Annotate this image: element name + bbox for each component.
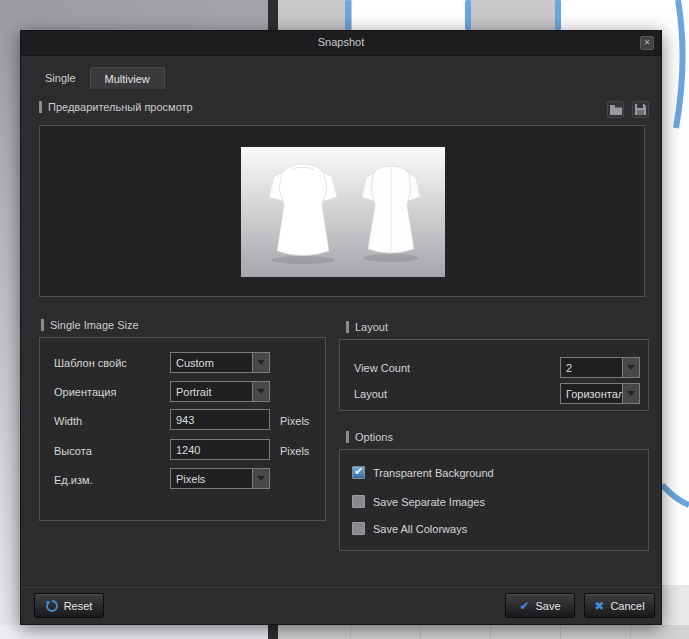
dialog-title: Snapshot [21,36,661,48]
chevron-down-icon [252,353,269,372]
options-panel: Transparent Background Save Separate Ima… [339,449,649,551]
chevron-down-icon [252,469,269,488]
chevron-down-icon [252,382,269,401]
pattern-outline [465,0,471,30]
options-section-title: Options [355,431,393,443]
snapshot-dialog: Snapshot ✕ Single Multiview Предваритель… [20,30,662,625]
layout-section-header: Layout [346,321,388,333]
height-input[interactable] [170,439,270,460]
chevron-down-icon [622,358,639,377]
checkbox-icon [352,522,365,535]
options-section-header: Options [346,431,393,443]
garment-preview-render [241,147,445,277]
section-accent-bar [41,319,44,331]
save-button[interactable]: ✔ Save [505,593,575,618]
workspace-bottom-left [0,625,268,639]
save-button-label: Save [535,600,560,612]
x-icon: ✖ [594,600,604,612]
section-accent-bar [346,431,349,443]
width-input[interactable] [170,409,270,430]
layout-section-title: Layout [355,321,388,333]
template-select[interactable]: Custom [170,352,270,373]
size-section-title: Single Image Size [50,319,139,331]
layout-mode-select[interactable]: Горизонтально [560,383,640,404]
layout-mode-value: Горизонтально [561,388,622,400]
unit-value: Pixels [171,473,252,485]
close-icon[interactable]: ✕ [640,36,654,50]
layout-mode-label: Layout [354,388,387,400]
floppy-disk-icon [635,104,646,115]
reset-button[interactable]: Reset [34,593,104,618]
save-snapshot-button[interactable] [632,101,649,118]
pattern-workspace-right [662,0,689,625]
width-label: Width [54,415,82,427]
checkmark-icon: ✔ [519,600,529,612]
unit-label: Ед.изм. [54,474,93,486]
unit-select[interactable]: Pixels [170,468,270,489]
size-section-header: Single Image Size [41,319,139,331]
cancel-button-label: Cancel [610,600,644,612]
height-label: Высота [54,445,92,457]
open-folder-button[interactable] [607,101,624,118]
orientation-value: Portrait [171,386,252,398]
cancel-button[interactable]: ✖ Cancel [584,593,655,618]
save-separate-images-checkbox[interactable]: Save Separate Images [352,495,485,508]
layout-panel: View Count 2 Layout Горизонтально [339,339,649,411]
preview-section-title: Предварительный просмотр [48,101,193,113]
folder-icon [610,105,622,115]
snapshot-preview-image [241,147,445,277]
checkbox-icon [352,466,365,479]
workspace-bottom-grid [278,625,689,639]
template-label: Шаблон свойс [54,357,127,369]
template-value: Custom [171,357,252,369]
section-accent-bar [39,101,42,113]
tab-multiview[interactable]: Multiview [90,67,165,89]
size-panel: Шаблон свойс Custom Ориентация Portrait … [39,337,326,521]
orientation-select[interactable]: Portrait [170,381,270,402]
view-count-value: 2 [561,362,622,374]
transparent-background-checkbox[interactable]: Transparent Background [352,466,494,479]
transparent-background-label: Transparent Background [373,467,494,479]
save-all-colorways-checkbox[interactable]: Save All Colorways [352,522,467,535]
pattern-piece [352,0,466,30]
pattern-outline [555,0,561,30]
tab-bar: Single Multiview [31,67,165,89]
reset-button-label: Reset [64,600,93,612]
preview-section-header: Предварительный просмотр [39,101,193,113]
checkbox-icon [352,495,365,508]
refresh-icon [46,600,58,612]
save-separate-images-label: Save Separate Images [373,496,485,508]
pattern-workspace-top [278,0,689,30]
save-all-colorways-label: Save All Colorways [373,523,467,535]
pattern-curves [662,0,689,625]
view-count-select[interactable]: 2 [560,357,640,378]
preview-panel [39,125,645,297]
section-accent-bar [346,321,349,333]
footer-divider [21,587,661,588]
width-unit-label: Pixels [280,415,309,427]
tab-single[interactable]: Single [31,67,90,89]
chevron-down-icon [622,384,639,403]
orientation-label: Ориентация [54,386,116,398]
view-count-label: View Count [354,362,410,374]
pattern-outline [345,0,351,30]
dialog-titlebar[interactable]: Snapshot ✕ [21,31,661,56]
height-unit-label: Pixels [280,445,309,457]
